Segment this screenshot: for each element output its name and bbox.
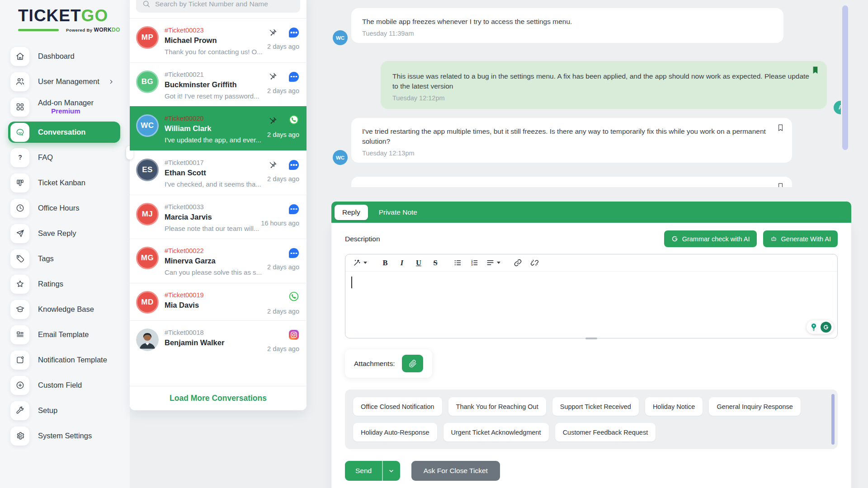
ticket-info: #Ticket00022Minerva GarzaCan you please … [165, 247, 267, 277]
unlink-icon[interactable] [529, 258, 539, 267]
plane-icon [10, 224, 29, 243]
sidebar-item-system-settings[interactable]: System Settings [8, 425, 120, 446]
strikethrough-icon[interactable]: S [430, 258, 440, 267]
grammarly-badge-icon[interactable] [821, 322, 831, 333]
quick-replies-row: Office Closed NotificationThank You for … [353, 397, 824, 416]
editor-resize-handle[interactable] [585, 338, 597, 339]
ask-close-ticket-button[interactable]: Ask For Close Ticket [411, 461, 500, 481]
quick-reply-chip[interactable]: Holiday Auto-Response [353, 423, 437, 441]
sidebar-item-label: Save Reply [38, 229, 76, 238]
sidebar-item-office-hours[interactable]: Office Hours [8, 197, 120, 219]
ticket-list: MP#Ticket00023Michael PrownThank you for… [130, 18, 307, 386]
avatar: A [834, 101, 841, 114]
quick-replies-scrollbar[interactable] [831, 394, 835, 445]
ticket-row[interactable]: MG#Ticket00022Minerva GarzaCan you pleas… [130, 239, 307, 283]
search-input[interactable] [136, 0, 300, 13]
sidebar-item-save-reply[interactable]: Save Reply [8, 223, 120, 244]
tab-private-note[interactable]: Private Note [373, 205, 424, 220]
ticket-preview: Can you please solve this as s... [165, 268, 267, 277]
whatsapp-icon [288, 115, 299, 126]
ticket-row[interactable]: WC#Ticket00020William ClarkI've updated … [130, 106, 307, 150]
ordered-list-icon[interactable]: 123 [469, 258, 479, 267]
sidebar-item-setup[interactable]: Setup [8, 400, 120, 421]
sidebar-item-custom-field[interactable]: Custom Field [8, 375, 120, 396]
ticket-row[interactable]: MD#Ticket00019Mia Davis2 days ago [130, 283, 307, 320]
sidebar-item-email-template[interactable]: Email Template [8, 324, 120, 345]
quick-reply-chip[interactable]: Office Closed Notification [353, 397, 442, 416]
bullet-list-icon[interactable] [453, 258, 462, 267]
quick-reply-chip[interactable]: Urgent Ticket Acknowledgment [443, 423, 549, 441]
ticket-row[interactable]: MJ#Ticket00033Marcia JarvisPlease note t… [130, 195, 307, 239]
ticket-number: #Ticket00017 [165, 159, 267, 166]
ticket-info: #Ticket00017Ethan ScottI've checked, and… [165, 159, 267, 189]
pin-icon[interactable] [268, 116, 278, 126]
chat-message: The mobile app freezes whenever I try to… [351, 8, 783, 43]
bookmark-icon[interactable] [776, 122, 785, 133]
send-button[interactable]: Send [345, 461, 382, 481]
grammarly-widget [807, 320, 834, 334]
ticket-info: #Ticket00019Mia Davis [165, 291, 267, 315]
avatar: MP [136, 26, 159, 49]
logo-go: GO [81, 6, 108, 25]
underline-icon[interactable]: U [414, 258, 424, 267]
load-more-button[interactable]: Load More Conversations [130, 386, 307, 410]
kanban-icon [10, 174, 29, 192]
robot-icon [770, 235, 778, 243]
quick-reply-chip[interactable]: Customer Feedback Request [555, 423, 656, 441]
message-text: I cleared the cache, but it still freeze… [362, 185, 781, 187]
sidebar-item-notification-template[interactable]: Notification Template [8, 349, 120, 371]
quick-reply-chip[interactable]: Thank You for Reaching Out [448, 397, 546, 416]
chat-scrollbar[interactable] [842, 5, 848, 150]
generate-ai-button[interactable]: Generate With AI [763, 230, 838, 247]
italic-icon[interactable]: I [397, 258, 407, 267]
quick-reply-chip[interactable]: General Inquiry Response [709, 397, 800, 416]
sidebar-item-addon-manager[interactable]: Add-on ManagerPremium [8, 96, 120, 117]
ticket-row[interactable]: MP#Ticket00023Michael PrownThank you for… [130, 19, 307, 62]
editor-text-area[interactable] [345, 272, 837, 338]
suggestion-bulb-icon[interactable] [809, 322, 819, 332]
pin-icon[interactable] [268, 72, 278, 81]
tab-reply[interactable]: Reply [335, 205, 368, 220]
ticket-row[interactable]: #Ticket00018Benjamin Walker2 days ago [130, 320, 307, 358]
ticket-row[interactable]: BG#Ticket00021Buckminster GriffithGot it… [130, 62, 307, 107]
ticket-customer-name: Benjamin Walker [165, 338, 267, 347]
sidebar-item-ticket-kanban[interactable]: Ticket Kanban [8, 172, 120, 193]
ticket-preview: Please note that our team will... [165, 224, 261, 234]
grammar-check-ai-button[interactable]: Grammar check with AI [664, 230, 757, 247]
send-options-caret[interactable] [383, 461, 400, 481]
grammarly-g-icon [671, 235, 679, 243]
sidebar-item-user-management[interactable]: User Management [8, 71, 120, 92]
avatar: WC [333, 30, 348, 45]
sidebar-item-conversation[interactable]: Conversation [8, 122, 120, 143]
bookmark-icon[interactable] [811, 64, 820, 76]
sidebar-menu: DashboardUser ManagementAdd-on ManagerPr… [0, 46, 130, 446]
pin-icon[interactable] [268, 28, 278, 38]
sidebar-item-ratings[interactable]: Ratings [8, 273, 120, 295]
sidebar-item-label: Setup [38, 406, 57, 415]
quick-reply-chip[interactable]: Support Ticket Received [552, 397, 639, 416]
attach-file-button[interactable] [402, 355, 423, 372]
ai-wand-icon[interactable] [353, 258, 367, 267]
ticket-timestamp: 2 days ago [267, 43, 299, 50]
ticket-row[interactable]: ES#Ticket00017Ethan ScottI've checked, a… [130, 150, 307, 195]
sidebar-item-dashboard[interactable]: Dashboard [8, 46, 120, 67]
svg-text:?: ? [18, 154, 22, 161]
sidebar-item-faq[interactable]: ?FAQ [8, 147, 120, 168]
bookmark-icon[interactable] [776, 181, 785, 187]
quick-reply-chip[interactable]: Holiday Notice [645, 397, 703, 416]
sidebar-item-knowledge-base[interactable]: Knowledge Base [8, 299, 120, 320]
align-icon[interactable] [486, 258, 500, 267]
instagram-icon [288, 329, 299, 340]
paperclip-icon [409, 360, 417, 368]
sidebar-item-label: User Management [38, 77, 99, 86]
reply-tabs: Reply Private Note [331, 202, 851, 223]
avatar [136, 328, 159, 351]
sidebar-item-label: Dashboard [38, 52, 75, 61]
sidebar-item-tags[interactable]: Tags [8, 248, 120, 269]
link-icon[interactable] [513, 258, 523, 267]
sidebar-item-label: Conversation [38, 128, 85, 137]
pin-icon[interactable] [268, 160, 278, 170]
chevron-down-icon [388, 468, 395, 474]
bold-icon[interactable]: B [380, 258, 390, 267]
attachments-label: Attachments: [354, 360, 395, 368]
